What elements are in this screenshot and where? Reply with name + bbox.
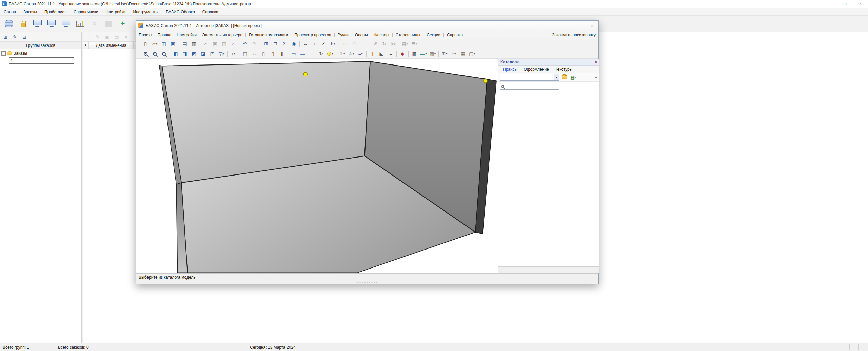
- dim-settings-button[interactable]: ⊦▾: [329, 40, 337, 48]
- interior-resize-grip[interactable]: [136, 281, 598, 284]
- grid-dropdown-icon[interactable]: ▾: [446, 52, 447, 55]
- catalog-tab-textures[interactable]: Текстуры: [552, 66, 576, 73]
- menu-item-orders[interactable]: Заказы: [20, 8, 41, 15]
- save-all-button[interactable]: ▣: [169, 40, 177, 48]
- specification-button[interactable]: ⊞: [262, 40, 271, 48]
- room-walls-button[interactable]: ◫: [241, 50, 250, 58]
- align-elements-dropdown-icon[interactable]: ▾: [361, 52, 363, 55]
- view-axonometry-dropdown-icon[interactable]: ▾: [223, 52, 224, 55]
- toolbar-grip[interactable]: [138, 51, 139, 57]
- maximize-button[interactable]: □: [837, 0, 853, 8]
- lamp-marker-1[interactable]: [303, 72, 307, 76]
- tree-expand-toggle[interactable]: −: [1, 51, 6, 56]
- room-3d-view[interactable]: [136, 59, 498, 273]
- element-level-button[interactable]: ⇕▾: [347, 50, 356, 58]
- minimize-button[interactable]: ─: [822, 0, 837, 8]
- menu-item-price-list[interactable]: Прайс-лист: [41, 8, 70, 15]
- edit-group-button[interactable]: ✎: [11, 33, 19, 41]
- element-level-dropdown-icon[interactable]: ▾: [353, 52, 354, 55]
- zoom-fit-button[interactable]: [159, 50, 168, 58]
- menu-item-edit[interactable]: Правка: [155, 31, 174, 39]
- light-source-dropdown-icon[interactable]: ▾: [332, 52, 333, 55]
- place-element-dropdown-icon[interactable]: ▾: [343, 52, 345, 55]
- column-header-c1[interactable]: з: [83, 42, 89, 49]
- menu-item-help[interactable]: Справка: [199, 8, 222, 15]
- selection-frame-dropdown-icon[interactable]: ▾: [234, 52, 235, 55]
- cabinet-element-button[interactable]: ▮: [277, 50, 286, 58]
- print-button[interactable]: ▤: [180, 40, 189, 48]
- dim-vertical-button[interactable]: ↕: [310, 40, 319, 48]
- menu-item-references[interactable]: Справочники: [70, 8, 102, 15]
- pan-view-button[interactable]: +: [308, 50, 316, 58]
- light-source-button[interactable]: ▾: [326, 50, 335, 58]
- tree-root-label[interactable]: Заказы: [14, 51, 27, 56]
- catalog-open-button[interactable]: [561, 74, 568, 81]
- texture-button[interactable]: ▩▾: [428, 50, 437, 58]
- catalog-view-button[interactable]: ▦ ▾: [570, 74, 577, 81]
- dimensions-panel-button[interactable]: ⊦▾: [449, 50, 458, 58]
- price-lock-button[interactable]: [16, 17, 30, 31]
- menu-item-settings[interactable]: Настройки: [102, 8, 130, 15]
- view-bottom-button[interactable]: ◪: [199, 50, 208, 58]
- interior-close-button[interactable]: ×: [586, 21, 598, 31]
- new-group-button[interactable]: ⊞: [1, 33, 10, 41]
- wall-element-button[interactable]: ▯: [259, 50, 268, 58]
- texture-dropdown-icon[interactable]: ▾: [434, 52, 436, 55]
- cloud-terminal-button[interactable]: [59, 17, 73, 31]
- zoom-out-button[interactable]: −: [150, 50, 159, 58]
- menu-item-settings[interactable]: Настройки: [174, 31, 199, 39]
- corner-element-button[interactable]: ◣: [377, 50, 386, 58]
- align-elements-button[interactable]: ≡▾: [356, 50, 365, 58]
- toolbar-grip[interactable]: [138, 41, 139, 47]
- menu-item-interior-elements[interactable]: Элементы интерьера: [199, 31, 245, 39]
- spec-table-button[interactable]: ▦: [458, 50, 467, 58]
- door-element-button[interactable]: ▯: [268, 50, 277, 58]
- collapse-groups-button[interactable]: ⊟: [20, 33, 29, 41]
- catalog-more-button[interactable]: »: [595, 75, 598, 80]
- catalog-close-button[interactable]: ×: [595, 60, 597, 64]
- paint-dropdown-icon[interactable]: ▾: [425, 52, 427, 55]
- catalog-combo[interactable]: ▾: [500, 74, 559, 81]
- new-project-button[interactable]: ▯: [141, 40, 150, 48]
- menu-item-facades[interactable]: Фасады: [372, 31, 392, 39]
- close-button[interactable]: ×: [853, 0, 868, 8]
- interior-maximize-button[interactable]: □: [573, 21, 586, 31]
- open-project-button[interactable]: ▱▾: [150, 40, 159, 48]
- orbit-view-button[interactable]: ↻: [317, 50, 326, 58]
- hatch-button[interactable]: ▨: [410, 50, 419, 58]
- room-contour-button[interactable]: ⌂: [250, 50, 259, 58]
- catalog-tab-design[interactable]: Оформление: [520, 66, 552, 73]
- add-order-row-button[interactable]: +: [84, 33, 93, 41]
- lamp-marker-2[interactable]: [484, 79, 487, 83]
- column-element-button[interactable]: ∥: [368, 50, 377, 58]
- dimensions-panel-dropdown-icon[interactable]: ▾: [454, 52, 456, 55]
- grid-button[interactable]: ⊞▾: [440, 50, 449, 58]
- paint-button[interactable]: ▬▾: [419, 50, 428, 58]
- view-back-button[interactable]: ◨: [180, 50, 189, 58]
- display-settings-button[interactable]: ▢▾: [468, 50, 476, 58]
- profile-element-button[interactable]: ≡: [386, 50, 395, 58]
- menu-item-project-view[interactable]: Просмотр проектов: [292, 31, 334, 39]
- open-project-dropdown-icon[interactable]: ▾: [156, 42, 157, 45]
- menu-item-sections[interactable]: Секции: [424, 31, 443, 39]
- print-preview-button[interactable]: ▥: [190, 40, 198, 48]
- report-chart-button[interactable]: [73, 17, 87, 31]
- orders-database-button[interactable]: [2, 17, 16, 31]
- material-button[interactable]: ◆: [398, 50, 407, 58]
- orders-terminal-button[interactable]: [45, 17, 58, 31]
- menu-item-finish-arrangement[interactable]: Закончить расстановку: [549, 31, 598, 39]
- undo-button[interactable]: ↶: [241, 40, 250, 48]
- distribute-dropdown-icon[interactable]: ▾: [416, 42, 417, 45]
- menu-item-salon[interactable]: Салон: [0, 8, 20, 15]
- dim-settings-dropdown-icon[interactable]: ▾: [334, 42, 335, 45]
- view-axonometry-button[interactable]: ◲▾: [217, 50, 226, 58]
- selection-frame-button[interactable]: ▫▾: [229, 50, 238, 58]
- catalog-tab-prices[interactable]: Прайсы: [500, 66, 520, 73]
- display-settings-dropdown-icon[interactable]: ▾: [474, 52, 475, 55]
- catalog-header[interactable]: Каталоги ×: [498, 59, 599, 66]
- view-front-button[interactable]: ◧: [171, 50, 180, 58]
- menu-item-help[interactable]: Справка: [444, 31, 466, 39]
- preview-3d-button[interactable]: ◉: [289, 40, 298, 48]
- column-header-date-modified[interactable]: Дата изменения: [89, 42, 134, 49]
- combo-dropdown-icon[interactable]: ▾: [554, 74, 559, 80]
